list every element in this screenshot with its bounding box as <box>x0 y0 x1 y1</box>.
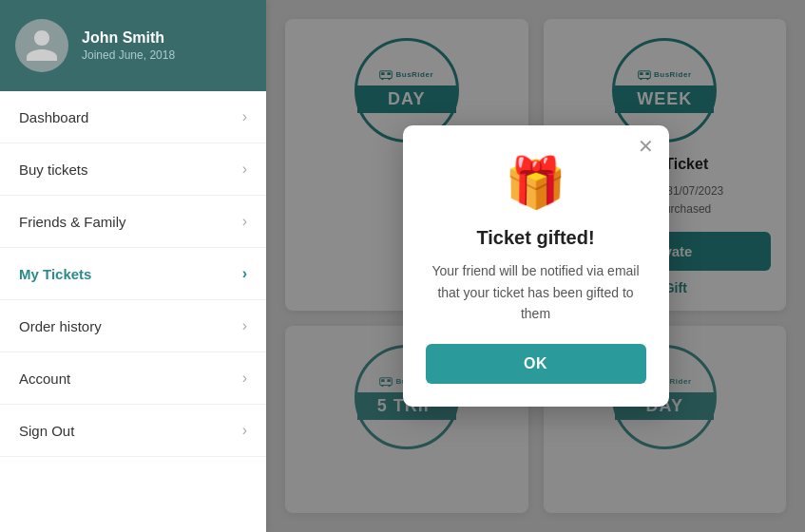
ticket-gifted-modal: ✕ 🎁 Ticket gifted! Your friend will be n… <box>403 125 669 406</box>
chevron-right-icon: › <box>242 422 247 439</box>
chevron-right-icon: › <box>242 161 247 178</box>
avatar <box>15 19 68 72</box>
modal-ok-button[interactable]: OK <box>426 344 646 384</box>
chevron-right-icon: › <box>242 317 247 334</box>
sidebar: John Smith Joined June, 2018 Dashboard ›… <box>0 0 266 532</box>
sidebar-item-sign-out[interactable]: Sign Out › <box>0 405 266 457</box>
sidebar-item-order-history[interactable]: Order history › <box>0 300 266 352</box>
modal-body: Your friend will be notified via email t… <box>426 260 646 324</box>
sidebar-item-account[interactable]: Account › <box>0 352 266 405</box>
chevron-right-icon: › <box>242 108 247 125</box>
chevron-right-icon: › <box>242 213 247 230</box>
main-content: BusRider DAY BusRider WEEK Week Ticket P… <box>266 0 805 532</box>
user-name: John Smith <box>82 29 175 47</box>
user-avatar-icon <box>23 27 61 65</box>
modal-overlay[interactable]: ✕ 🎁 Ticket gifted! Your friend will be n… <box>266 0 805 532</box>
user-info: John Smith Joined June, 2018 <box>82 29 175 62</box>
sidebar-item-friends-family[interactable]: Friends & Family › <box>0 196 266 248</box>
sidebar-item-dashboard[interactable]: Dashboard › <box>0 91 266 143</box>
chevron-right-icon: › <box>242 370 247 387</box>
modal-close-button[interactable]: ✕ <box>638 137 654 156</box>
chevron-right-icon: › <box>242 265 247 282</box>
user-profile: John Smith Joined June, 2018 <box>0 0 266 91</box>
modal-title: Ticket gifted! <box>426 227 646 249</box>
sidebar-item-my-tickets[interactable]: My Tickets › <box>0 248 266 300</box>
sidebar-item-buy-tickets[interactable]: Buy tickets › <box>0 143 266 196</box>
user-joined: Joined June, 2018 <box>82 48 175 62</box>
gift-modal-icon: 🎁 <box>426 154 646 212</box>
